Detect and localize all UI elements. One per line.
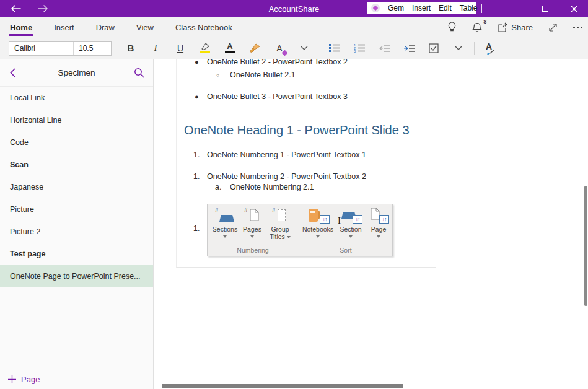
- forward-arrow-icon[interactable]: [36, 2, 50, 15]
- increase-indent-icon: [403, 44, 415, 53]
- gem-menu-item-insert[interactable]: Insert: [412, 4, 431, 12]
- expand-diagonal-icon: [548, 23, 558, 32]
- checkbox-icon: [429, 43, 439, 53]
- share-icon: [498, 22, 508, 32]
- styles-button[interactable]: A: [478, 40, 499, 57]
- bullet-line[interactable]: ● OneNote Bullet 3 - PowerPoint Textbox …: [177, 92, 436, 102]
- dropdown-caret-icon: [377, 235, 380, 238]
- notification-count-badge: 8: [483, 19, 486, 25]
- bullet-list-icon: [329, 43, 341, 53]
- font-options-chevron[interactable]: [294, 40, 315, 57]
- sidebar-item-code[interactable]: Code: [0, 131, 153, 154]
- bullet-text[interactable]: OneNote Bullet 2 - PowerPoint Textbox 2: [207, 58, 348, 66]
- ellipsis-icon: [573, 27, 582, 28]
- highlight-button[interactable]: [195, 40, 216, 57]
- maximize-button[interactable]: [531, 0, 559, 17]
- page-list-sidebar: Specimen Local Link Horizontal Line Code…: [0, 59, 154, 389]
- sidebar-item-local-link[interactable]: Local Link: [0, 87, 153, 109]
- share-label: Share: [511, 23, 533, 32]
- horizontal-scrollbar-thumb[interactable]: [162, 384, 403, 388]
- gem-menu-item-gem[interactable]: Gem: [388, 4, 404, 12]
- search-icon: [134, 68, 144, 78]
- close-button[interactable]: [559, 0, 588, 17]
- bullet-line[interactable]: ○ OneNote Bullet 2.1: [177, 71, 436, 81]
- numbered-text[interactable]: OneNote Numbering 1 - PowerPoint Textbox…: [207, 151, 366, 159]
- numbered-line[interactable]: a. OneNote Numbering 2.1: [177, 183, 436, 193]
- dropdown-caret-icon: [287, 236, 291, 238]
- fullscreen-button[interactable]: [548, 23, 558, 32]
- tab-class-notebook[interactable]: Class Notebook: [175, 17, 232, 37]
- todo-tag-button[interactable]: [423, 40, 444, 57]
- tab-view[interactable]: View: [136, 17, 154, 37]
- notebooks-sort-button: ↓↑ Notebooks: [301, 206, 335, 238]
- format-painter-button[interactable]: [244, 40, 265, 57]
- bullet-list-button[interactable]: [324, 40, 345, 57]
- font-name-select[interactable]: Calibri: [9, 42, 74, 55]
- numbered-text[interactable]: OneNote Numbering 2 - PowerPoint Textbox…: [207, 172, 366, 181]
- sidebar-item-onenote-page-to-powerpoint[interactable]: OneNote Page to PowerPoint Prese...: [0, 265, 153, 287]
- tab-home[interactable]: Home: [10, 17, 32, 37]
- sidebar-item-picture[interactable]: Picture: [0, 198, 153, 221]
- search-button[interactable]: [132, 66, 146, 80]
- embedded-ribbon-image[interactable]: # Sections # Pages: [207, 204, 393, 256]
- titlebar-separator: [481, 4, 482, 13]
- tab-draw[interactable]: Draw: [96, 17, 115, 37]
- pages-numbering-icon: #: [244, 208, 260, 224]
- add-page-button[interactable]: Page: [0, 369, 153, 389]
- sections-label: Sections: [213, 225, 237, 233]
- plus-icon: [8, 375, 16, 383]
- sidebar-item-horizontal-line[interactable]: Horizontal Line: [0, 109, 153, 131]
- sidebar-item-picture-2[interactable]: Picture 2: [0, 221, 153, 243]
- numbered-line[interactable]: 1. OneNote Numbering 2 - PowerPoint Text…: [177, 172, 436, 182]
- lightbulb-icon: [447, 22, 457, 33]
- numbered-text[interactable]: OneNote Numbering 2.1: [230, 183, 314, 191]
- bullet-text[interactable]: OneNote Bullet 2.1: [230, 71, 296, 79]
- numbered-line[interactable]: 1. OneNote Numbering 1 - PowerPoint Text…: [177, 151, 436, 160]
- notifications-button[interactable]: 8: [472, 22, 482, 33]
- page-canvas[interactable]: ● OneNote Bullet 2 - PowerPoint Textbox …: [176, 59, 436, 268]
- bullet-line[interactable]: ● OneNote Bullet 2 - PowerPoint Textbox …: [177, 58, 436, 68]
- font-size-select[interactable]: 10.5: [74, 42, 111, 55]
- numbered-list-button[interactable]: 123: [349, 40, 370, 57]
- font-name-value: Calibri: [14, 44, 35, 53]
- gem-menu-item-table[interactable]: Table: [460, 4, 478, 12]
- sort-group-label: Sort: [301, 245, 391, 255]
- heading-1[interactable]: OneNote Heading 1 - PowerPoint Slide 3: [184, 123, 410, 138]
- italic-button[interactable]: I: [145, 40, 166, 57]
- font-color-bar: [225, 51, 235, 53]
- toolbar-separator: [320, 42, 320, 55]
- more-options-button[interactable]: [573, 27, 582, 28]
- bullet-text[interactable]: OneNote Bullet 3 - PowerPoint Textbox 3: [207, 92, 348, 101]
- sidebar-item-japanese[interactable]: Japanese: [0, 176, 153, 198]
- notebooks-label: Notebooks: [302, 225, 333, 233]
- section-sort-button: ↓↑ Section: [335, 206, 366, 238]
- back-arrow-icon[interactable]: [9, 2, 22, 15]
- vertical-scrollbar-thumb[interactable]: [584, 186, 587, 306]
- minimize-button[interactable]: [502, 0, 531, 17]
- toolbar-separator: [474, 42, 475, 55]
- sidebar-item-test-page[interactable]: Test page: [0, 243, 153, 265]
- sidebar-item-scan[interactable]: Scan: [0, 154, 153, 176]
- section-label: Section: [340, 225, 361, 233]
- bold-button[interactable]: B: [120, 40, 141, 57]
- pages-button: # Pages: [240, 206, 265, 238]
- font-color-letter: A: [227, 43, 232, 50]
- tell-me-button[interactable]: [447, 22, 457, 33]
- tags-chevron[interactable]: [448, 40, 469, 57]
- underline-button[interactable]: U: [170, 40, 191, 57]
- dropdown-caret-icon: [250, 235, 254, 238]
- page-sort-icon: ↓↑: [369, 208, 388, 224]
- dropdown-caret-icon: [349, 235, 353, 238]
- gem-menu-item-edit[interactable]: Edit: [439, 4, 452, 12]
- increase-indent-button[interactable]: [398, 40, 419, 57]
- ribbon-tab-row: Home Insert Draw View Class Notebook 8 S…: [0, 17, 588, 37]
- sidebar-back-button[interactable]: [6, 67, 19, 79]
- clear-format-letter: A: [276, 43, 282, 53]
- share-button[interactable]: Share: [498, 22, 533, 32]
- tab-insert[interactable]: Insert: [54, 17, 74, 37]
- note-content-area[interactable]: ● OneNote Bullet 2 - PowerPoint Textbox …: [154, 59, 588, 389]
- clear-formatting-button[interactable]: A: [269, 40, 290, 57]
- font-color-button[interactable]: A: [219, 40, 240, 57]
- decrease-indent-button[interactable]: [374, 40, 395, 57]
- titlebar: AccountShare Gem Insert Edit Table: [0, 0, 588, 17]
